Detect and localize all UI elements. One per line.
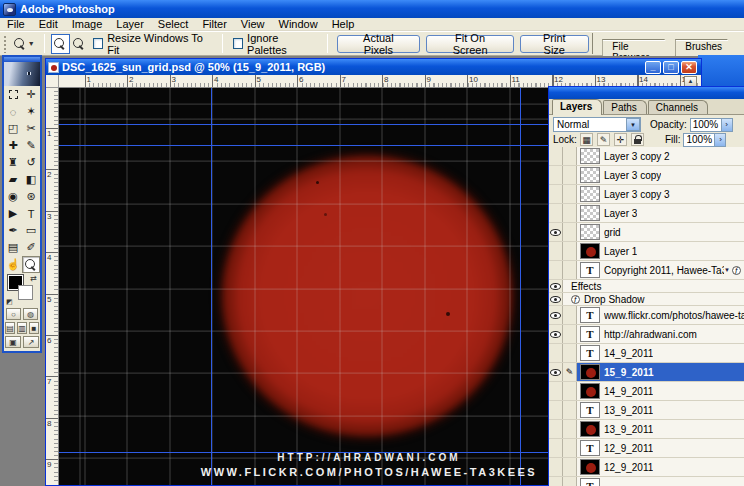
link-column[interactable] (563, 306, 577, 324)
link-column[interactable] (563, 344, 577, 362)
layer-row[interactable]: Layer 3 copy (549, 166, 744, 185)
visibility-toggle[interactable] (549, 420, 563, 438)
layer-row[interactable]: Layer 3 (549, 204, 744, 223)
current-tool-preset[interactable]: ▼ (11, 37, 38, 51)
layer-row[interactable]: T12_9_2011 (549, 439, 744, 458)
background-color-swatch[interactable] (18, 285, 33, 300)
link-column[interactable] (563, 261, 577, 279)
blur-tool[interactable]: ◉ (4, 188, 22, 205)
maximize-button[interactable]: □ (663, 61, 679, 74)
visibility-toggle[interactable] (549, 293, 563, 305)
layer-thumbnail[interactable] (580, 459, 600, 475)
visibility-toggle[interactable] (549, 401, 563, 419)
link-column[interactable] (563, 223, 577, 241)
zoom-out-button[interactable] (70, 34, 89, 54)
chevron-down-icon[interactable]: ▼ (626, 118, 640, 131)
document-title-bar[interactable]: DSC_1625_sun_grid.psd @ 50% (15_9_2011, … (46, 59, 701, 75)
options-bar-grip[interactable] (3, 35, 7, 53)
layer-row[interactable]: Twww.flickr.com/photos/hawee-ta (549, 306, 744, 325)
layer-thumbnail[interactable] (580, 243, 600, 259)
brush-tool[interactable]: ✎ (22, 137, 40, 154)
menu-select[interactable]: Select (151, 18, 196, 31)
opacity-field[interactable]: 100% › (690, 118, 733, 132)
guide-vertical[interactable] (520, 88, 521, 485)
layer-row[interactable]: grid (549, 223, 744, 242)
menu-layer[interactable]: Layer (109, 18, 151, 31)
visibility-toggle[interactable] (549, 439, 563, 457)
layer-row[interactable]: Layer 3 copy 2 (549, 147, 744, 166)
layer-effects-badge[interactable]: ▼ƒ (724, 266, 744, 275)
pen-tool[interactable]: ✒ (4, 222, 22, 239)
magic-wand-tool[interactable]: ✶ (22, 103, 40, 120)
lock-position-icon[interactable]: ✛ (614, 133, 627, 146)
history-brush-tool[interactable]: ↺ (22, 154, 40, 171)
slider-arrow-icon[interactable]: › (714, 134, 725, 146)
slice-tool[interactable]: ✂ (22, 120, 40, 137)
lock-transparency-icon[interactable]: ▦ (580, 133, 593, 146)
layer-row[interactable]: T14_9_2011 (549, 344, 744, 363)
visibility-toggle[interactable] (549, 306, 563, 324)
hand-tool[interactable]: ☝ (4, 256, 22, 273)
layer-thumbnail[interactable]: T (580, 345, 600, 361)
layer-thumbnail[interactable] (580, 205, 600, 221)
layer-row[interactable]: T (549, 477, 744, 486)
standard-mode-button[interactable]: ○ (6, 308, 21, 320)
layer-thumbnail[interactable] (580, 383, 600, 399)
checkbox-box[interactable] (93, 38, 103, 49)
visibility-toggle[interactable] (549, 363, 563, 381)
fit-on-screen-button[interactable]: Fit On Screen (426, 35, 514, 53)
menu-edit[interactable]: Edit (32, 18, 65, 31)
layer-row[interactable]: 14_9_2011 (549, 382, 744, 401)
eyedropper-tool[interactable]: ✐ (22, 239, 40, 256)
quick-mask-mode-button[interactable]: ◍ (23, 308, 38, 320)
print-size-button[interactable]: Print Size (520, 35, 588, 53)
link-column[interactable] (563, 325, 577, 343)
link-column[interactable] (563, 477, 577, 486)
menu-help[interactable]: Help (325, 18, 362, 31)
link-column[interactable] (563, 439, 577, 457)
link-column[interactable] (563, 204, 577, 222)
layer-row[interactable]: ✎15_9_2011 (549, 363, 744, 382)
menu-file[interactable]: File (0, 18, 32, 31)
layer-thumbnail[interactable] (580, 167, 600, 183)
move-tool[interactable]: ✛ (22, 86, 40, 103)
type-tool[interactable]: T (22, 205, 40, 222)
link-column[interactable] (563, 147, 577, 165)
visibility-toggle[interactable] (549, 261, 563, 279)
layer-thumbnail[interactable] (580, 421, 600, 437)
blend-mode-select[interactable]: Normal ▼ (553, 117, 641, 132)
link-column[interactable] (563, 458, 577, 476)
zoom-tool[interactable] (22, 256, 40, 273)
notes-tool[interactable]: ▤ (4, 239, 22, 256)
menu-filter[interactable]: Filter (195, 18, 233, 31)
default-colors-icon[interactable]: ◩ (6, 298, 13, 306)
dodge-tool[interactable]: ⊛ (22, 188, 40, 205)
tab-layers[interactable]: Layers (552, 99, 602, 115)
lasso-tool[interactable]: ◌ (4, 103, 22, 120)
checkbox-box[interactable] (233, 38, 243, 49)
tab-brushes[interactable]: Brushes (675, 39, 738, 56)
healing-brush-tool[interactable]: ✚ (4, 137, 22, 154)
layer-thumbnail[interactable]: T (580, 478, 600, 486)
visibility-toggle[interactable] (549, 147, 563, 165)
layer-thumbnail[interactable]: T (580, 262, 600, 278)
main-title-bar[interactable]: Adobe Photoshop (0, 0, 744, 18)
layer-row[interactable]: 12_9_2011 (549, 458, 744, 477)
clone-stamp-tool[interactable]: ♜ (4, 154, 22, 171)
layer-thumbnail[interactable] (580, 364, 600, 380)
link-column[interactable] (563, 185, 577, 203)
visibility-toggle[interactable] (549, 325, 563, 343)
palette-title-bar[interactable] (549, 87, 744, 99)
lock-image-icon[interactable]: ✎ (597, 133, 610, 146)
layer-thumbnail[interactable] (580, 186, 600, 202)
layer-thumbnail[interactable]: T (580, 307, 600, 323)
link-column[interactable] (563, 382, 577, 400)
close-button[interactable]: ✕ (681, 61, 697, 74)
tab-file-browser[interactable]: File Browser (602, 39, 675, 56)
ignore-palettes-checkbox[interactable]: Ignore Palettes (233, 32, 317, 56)
guide-vertical[interactable] (211, 88, 212, 485)
menu-window[interactable]: Window (272, 18, 325, 31)
menu-view[interactable]: View (234, 18, 272, 31)
link-column[interactable]: ✎ (563, 363, 577, 381)
layer-thumbnail[interactable]: T (580, 440, 600, 456)
